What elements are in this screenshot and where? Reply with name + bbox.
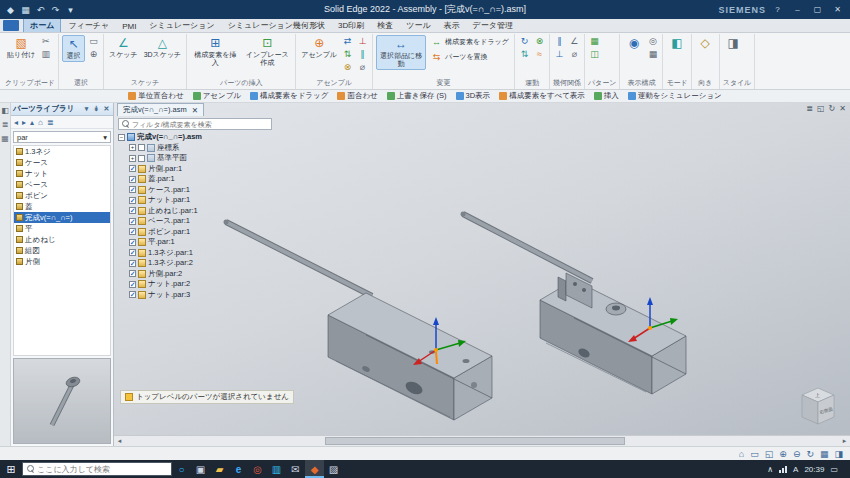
statusbar-grid-icon[interactable]: ▦ bbox=[820, 449, 829, 459]
task-view-icon[interactable]: ▣ bbox=[191, 460, 210, 478]
help-button[interactable]: ? bbox=[769, 2, 786, 17]
inplace-create-button[interactable]: ⊡ インプレース作成 bbox=[242, 35, 292, 68]
qat-dropdown-icon[interactable]: ▾ bbox=[64, 3, 77, 16]
checkbox-checked-icon[interactable]: ✓ bbox=[129, 165, 136, 172]
pathfinder-part-row[interactable]: ✓ ナット.par:1 bbox=[118, 195, 272, 206]
style-button[interactable]: ◨ bbox=[723, 35, 744, 52]
redo-icon[interactable]: ↷ bbox=[49, 3, 62, 16]
checkbox-checked-icon[interactable]: ✓ bbox=[129, 197, 136, 204]
taskbar-search-input[interactable] bbox=[37, 465, 167, 474]
prompt-command[interactable]: 面合わせ bbox=[337, 91, 377, 101]
library-forward-icon[interactable]: ▸ bbox=[22, 118, 26, 127]
move-selected-button[interactable]: ↔ 選択部品に移動 bbox=[376, 35, 426, 70]
graphics-viewport[interactable]: 完成v(=∩_∩=).asm ✕ ≣ ◱ ↻ ✕ − bbox=[114, 103, 850, 446]
pathfinder-part-row[interactable]: ✓ 片側.par:1 bbox=[118, 164, 272, 175]
ribbon-tab[interactable]: データ管理 bbox=[467, 19, 519, 32]
axial-align-icon[interactable]: ⌀ bbox=[356, 61, 369, 73]
pathfinder-part-row[interactable]: ✓ ボビン.par:1 bbox=[118, 227, 272, 238]
library-file-item[interactable]: 片側 bbox=[14, 256, 110, 267]
diameter-relation-icon[interactable]: ⌀ bbox=[568, 48, 581, 60]
library-up-icon[interactable]: ▴ bbox=[30, 118, 34, 127]
viewport-refresh-icon[interactable]: ↻ bbox=[829, 104, 836, 113]
prompt-command[interactable]: 挿入 bbox=[594, 91, 619, 101]
scrollbar-thumb[interactable] bbox=[325, 437, 625, 445]
expand-icon[interactable]: + bbox=[129, 155, 136, 162]
orientation-button[interactable]: ◇ bbox=[695, 35, 716, 52]
paste-button[interactable]: ▧ 貼り付け bbox=[5, 35, 37, 60]
viewport-list-icon[interactable]: ≣ bbox=[806, 104, 813, 113]
flow-icon[interactable]: ⇅ bbox=[341, 48, 354, 60]
wave-icon[interactable]: ≈ bbox=[533, 48, 546, 60]
ribbon-tab[interactable]: シミュレーション幾何形状 bbox=[222, 19, 331, 32]
insert-component-button[interactable]: ⊞ 構成要素を挿入 bbox=[190, 35, 240, 68]
edge-icon[interactable]: e bbox=[229, 460, 248, 478]
add-select-icon[interactable]: ⊕ bbox=[87, 48, 100, 60]
mode-button[interactable]: ◧ bbox=[666, 35, 687, 52]
prompt-command[interactable]: 運動をシミュレーション bbox=[628, 91, 722, 101]
viewport-close-icon[interactable]: ✕ bbox=[839, 104, 846, 113]
minimize-button[interactable]: – bbox=[789, 2, 806, 17]
file-explorer-icon[interactable]: ▰ bbox=[210, 460, 229, 478]
panel-close-icon[interactable]: ✕ bbox=[102, 105, 111, 113]
ribbon-tab[interactable]: 3D印刷 bbox=[332, 19, 370, 32]
statusbar-refresh-icon[interactable]: ↻ bbox=[806, 449, 814, 459]
cut-icon[interactable]: ✂ bbox=[39, 35, 52, 47]
library-file-item[interactable]: 止めねじ bbox=[14, 234, 110, 245]
motion-flow-icon[interactable]: ⇅ bbox=[518, 48, 531, 60]
gear-icon[interactable]: ⊗ bbox=[341, 61, 354, 73]
checkbox-checked-icon[interactable]: ✓ bbox=[129, 239, 136, 246]
library-home-icon[interactable]: ⌂ bbox=[38, 118, 43, 127]
solid-edge-taskbar-icon[interactable]: ◆ bbox=[305, 460, 324, 478]
library-file-item[interactable]: 平 bbox=[14, 223, 110, 234]
ribbon-tab[interactable]: シミュレーション bbox=[143, 19, 220, 32]
mail-icon[interactable]: ✉ bbox=[286, 460, 305, 478]
pathfinder-part-row[interactable]: ✓ 蓋.par:1 bbox=[118, 174, 272, 185]
pathfinder-part-row[interactable]: ✓ ナット.par:3 bbox=[118, 290, 272, 301]
scroll-right-icon[interactable]: ▸ bbox=[839, 437, 850, 445]
library-file-item[interactable]: 組図 bbox=[14, 245, 110, 256]
display-grid-icon[interactable]: ▦ bbox=[646, 48, 659, 60]
pathfinder-part-row[interactable]: ✓ ナット.par:2 bbox=[118, 279, 272, 290]
sketch3d-button[interactable]: △ 3Dスケッチ bbox=[142, 35, 184, 60]
pathfinder-search-input[interactable] bbox=[132, 121, 268, 128]
pathfinder-part-row[interactable]: ✓ 1.3ネジ.par:1 bbox=[118, 248, 272, 259]
library-file-item[interactable]: 蓋 bbox=[14, 201, 110, 212]
checkbox-checked-icon[interactable]: ✓ bbox=[129, 218, 136, 225]
checkbox-checked-icon[interactable]: ✓ bbox=[129, 249, 136, 256]
ribbon-tab[interactable]: PMI bbox=[116, 21, 142, 32]
planar-align-icon[interactable]: ∥ bbox=[356, 48, 369, 60]
library-file-item[interactable]: ナット bbox=[14, 168, 110, 179]
statusbar-home-icon[interactable]: ⌂ bbox=[739, 449, 744, 459]
ribbon-tab[interactable]: ツール bbox=[400, 19, 436, 32]
prompt-command[interactable]: 上書き保存 (S) bbox=[387, 91, 447, 101]
library-file-item[interactable]: ボビン bbox=[14, 190, 110, 201]
angle-relation-icon[interactable]: ∠ bbox=[568, 35, 581, 47]
pattern-icon[interactable]: ▦ bbox=[588, 35, 601, 47]
prompt-command[interactable]: 構成要素をドラッグ bbox=[250, 91, 328, 101]
library-file-item[interactable]: 1.3ネジ bbox=[14, 146, 110, 157]
paint-icon[interactable]: ▨ bbox=[324, 460, 343, 478]
show-hide-button[interactable]: ◉ bbox=[623, 35, 644, 52]
library-views-icon[interactable]: ≣ bbox=[47, 118, 54, 127]
statusbar-area-icon[interactable]: ▭ bbox=[750, 449, 759, 459]
library-file-item[interactable]: 完成v(=∩_∩=) bbox=[14, 212, 110, 223]
motor-icon[interactable]: ↻ bbox=[518, 35, 531, 47]
prompt-command[interactable]: 単位置合わせ bbox=[128, 91, 183, 101]
copy-icon[interactable]: ▥ bbox=[39, 48, 52, 60]
network-icon[interactable] bbox=[779, 465, 787, 473]
pathfinder-part-row[interactable]: ✓ ベース.par:1 bbox=[118, 216, 272, 227]
layers-tab-icon[interactable]: ▦ bbox=[1, 134, 9, 143]
checkbox-checked-icon[interactable]: ✓ bbox=[129, 260, 136, 267]
prompt-command[interactable]: 3D表示 bbox=[456, 91, 491, 101]
panel-menu-icon[interactable]: ▾ bbox=[82, 105, 91, 113]
application-menu-button[interactable] bbox=[3, 20, 19, 31]
notification-center-icon[interactable]: ▭ bbox=[830, 465, 838, 474]
library-file-item[interactable]: ケース bbox=[14, 157, 110, 168]
prompt-command[interactable]: 構成要素をすべて表示 bbox=[499, 91, 585, 101]
library-file-item[interactable]: ベース bbox=[14, 179, 110, 190]
view-cube[interactable]: 上 右側面 bbox=[794, 384, 842, 430]
statusbar-zoom-out-icon[interactable]: ⊖ bbox=[793, 449, 801, 459]
maximize-button[interactable]: ▢ bbox=[809, 2, 826, 17]
fence-select-icon[interactable]: ▭ bbox=[87, 35, 100, 47]
library-back-icon[interactable]: ◂ bbox=[14, 118, 18, 127]
